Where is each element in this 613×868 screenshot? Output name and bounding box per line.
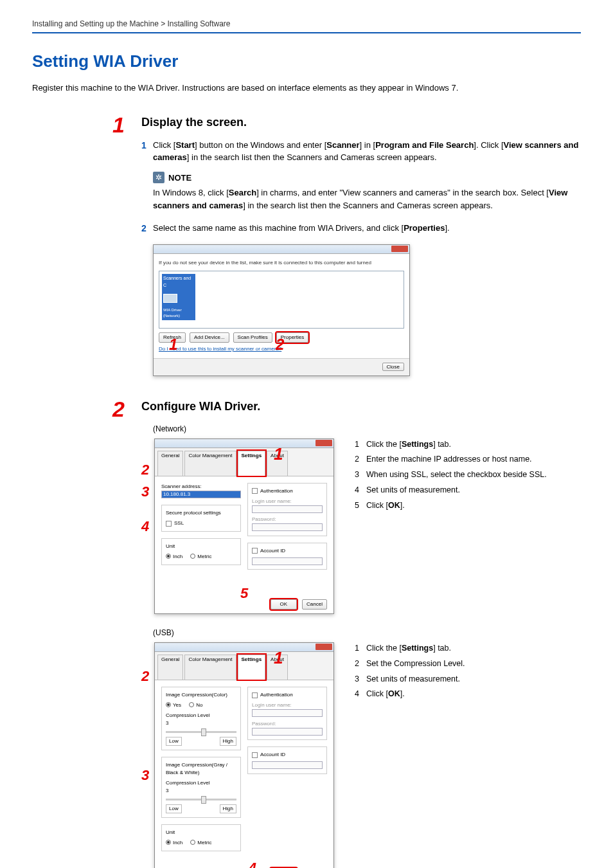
note-text: In Windows 8, click [Search] in charms, …	[153, 186, 581, 212]
step2-title: Configure WIA Driver.	[141, 398, 581, 415]
callout-label: 1	[274, 646, 283, 671]
scanner-address-input[interactable]	[161, 491, 241, 498]
close-button[interactable]: Close	[382, 363, 404, 371]
yes-radio[interactable]: Yes	[166, 702, 181, 708]
account-input	[252, 761, 323, 769]
ssl-checkbox[interactable]: SSL	[166, 520, 236, 527]
callout-label: 2	[141, 459, 149, 480]
scanners-window: If you do not see your device in the lis…	[153, 244, 410, 376]
comp-value: 3	[166, 719, 236, 727]
caption-network: (Network)	[153, 423, 581, 435]
caption-usb: (USB)	[153, 627, 581, 638]
low-label: Low	[166, 804, 182, 813]
close-icon[interactable]	[315, 440, 332, 446]
account-input	[252, 557, 323, 565]
tab-color[interactable]: Color Management	[184, 655, 236, 680]
tab-general[interactable]: General	[157, 451, 183, 476]
login-user-label: Login user name:	[252, 701, 323, 709]
auth-checkbox[interactable]: Authentication	[252, 691, 323, 699]
comp-level-label: Compression Level	[166, 779, 236, 787]
secure-group-label: Secure protocol settings	[166, 509, 236, 517]
properties-dialog-usb: General Color Management Settings About …	[154, 642, 334, 868]
tab-general[interactable]: General	[157, 655, 183, 680]
comp-value: 3	[166, 787, 236, 795]
password-input	[252, 728, 323, 736]
password-label: Password:	[252, 516, 323, 523]
img-color-label: Image Compression(Color)	[166, 691, 236, 699]
unit-inch-radio[interactable]: Inch	[166, 554, 182, 559]
device-list[interactable]: Scanners and C WIA Driver (Network)	[159, 271, 404, 329]
step1-title: Display the screen.	[141, 114, 581, 131]
add-device-button[interactable]: Add Device...	[190, 332, 229, 343]
intro-text: Register this machine to the WIA Driver.…	[32, 82, 581, 95]
callout-label: 3	[141, 481, 149, 502]
compression-slider[interactable]	[166, 731, 236, 733]
callout-label: 5	[240, 585, 248, 601]
callout-label: 3	[141, 764, 149, 786]
comp-level-label: Compression Level	[166, 712, 236, 719]
close-icon[interactable]	[315, 644, 332, 650]
gear-icon: ✲	[153, 172, 164, 183]
tab-settings[interactable]: Settings	[238, 655, 266, 680]
login-user-input	[252, 709, 323, 717]
unit-metric-radio[interactable]: Metric	[190, 840, 211, 845]
window-hint: If you do not see your device in the lis…	[159, 259, 404, 267]
window-titlebar	[155, 439, 333, 448]
login-user-label: Login user name:	[252, 498, 323, 505]
unit-group-label: Unit	[166, 543, 236, 550]
properties-dialog-network: General Color Management Settings About …	[154, 439, 334, 615]
compression-slider-gray[interactable]	[166, 799, 236, 800]
close-icon[interactable]	[391, 246, 408, 252]
ok-button[interactable]: OK	[271, 599, 298, 610]
page-title: Setting WIA Driver	[32, 49, 581, 74]
auth-checkbox[interactable]: Authentication	[252, 487, 323, 495]
step-number-1: 1	[112, 113, 125, 137]
cancel-button[interactable]: Cancel	[302, 599, 327, 610]
substep1-text: Click [Start] button on the Windows and …	[153, 139, 581, 164]
network-instructions: 1Click the [Settings] tab. 2Enter the ma…	[355, 439, 547, 515]
note-box: ✲ NOTE In Windows 8, click [Search] in c…	[153, 172, 581, 212]
callout-label: 2	[276, 333, 284, 356]
low-label: Low	[166, 737, 182, 746]
callout-label: 1	[274, 442, 283, 467]
scanner-address-label: Scanner address:	[161, 483, 241, 491]
breadcrumb: Installing and Setting up the Machine > …	[32, 18, 581, 30]
tab-settings[interactable]: Settings	[238, 451, 266, 476]
callout-label: 2	[141, 665, 149, 687]
divider	[32, 32, 581, 33]
tab-color[interactable]: Color Management	[184, 451, 236, 476]
window-titlebar	[154, 245, 409, 254]
img-gray-label: Image Compression(Gray / Black & White)	[166, 761, 236, 777]
unit-group-label: Unit	[166, 829, 236, 836]
substep2-text: Select the same name as this machine fro…	[153, 222, 581, 235]
no-radio[interactable]: No	[189, 702, 202, 708]
account-checkbox[interactable]: Account ID	[252, 547, 323, 555]
account-checkbox[interactable]: Account ID	[252, 751, 323, 759]
window-titlebar	[155, 643, 333, 652]
login-user-input	[252, 505, 323, 513]
usb-instructions: 1Click the [Settings] tab. 2Set the Comp…	[355, 642, 465, 703]
high-label: High	[220, 804, 236, 813]
substep-number: 1	[141, 139, 153, 152]
password-label: Password:	[252, 720, 323, 728]
high-label: High	[220, 737, 236, 746]
password-input	[252, 523, 323, 531]
callout-label: 4	[141, 516, 149, 537]
unit-metric-radio[interactable]: Metric	[190, 554, 211, 559]
note-label: NOTE	[168, 172, 191, 185]
step-number-2: 2	[112, 397, 125, 421]
unit-inch-radio[interactable]: Inch	[166, 840, 182, 845]
callout-label: 1	[169, 333, 177, 356]
scanner-icon	[163, 294, 177, 303]
selected-device[interactable]: Scanners and C WIA Driver (Network)	[162, 274, 195, 320]
substep-number: 2	[141, 222, 153, 235]
scan-profiles-button[interactable]: Scan Profiles	[233, 332, 272, 343]
callout-label: 4	[249, 857, 256, 868]
